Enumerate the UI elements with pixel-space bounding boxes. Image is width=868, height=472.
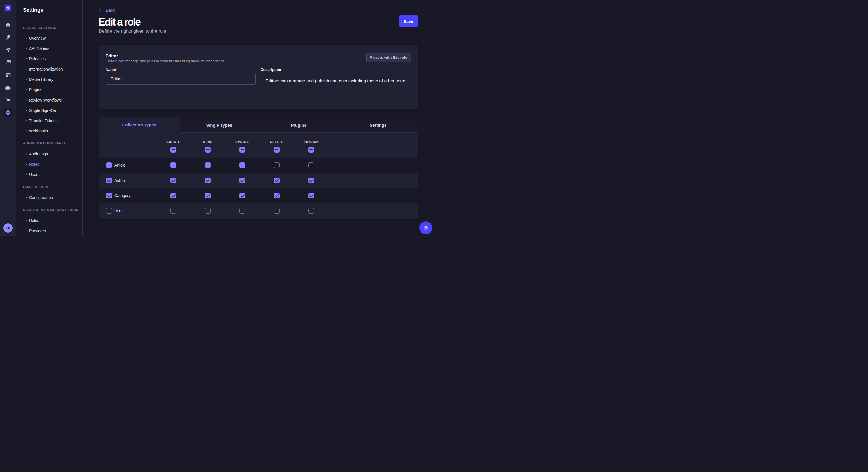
svg-text:?: ? xyxy=(425,226,427,229)
